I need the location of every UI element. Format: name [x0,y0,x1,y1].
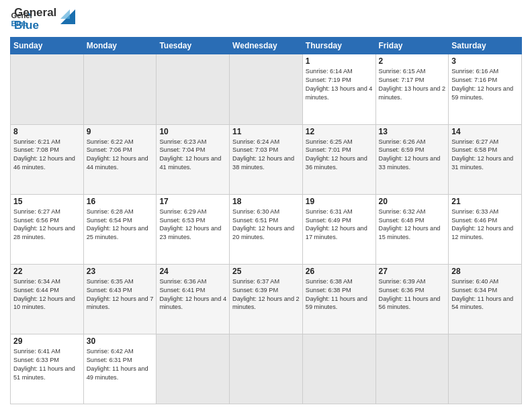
sunrise-label: Sunrise: 6:23 AM [159,138,206,145]
daylight-label: Daylight: 12 hours and 46 minutes. [13,155,75,171]
calendar-day-cell: 8 Sunrise: 6:21 AM Sunset: 7:08 PM Dayli… [11,124,84,194]
day-info: Sunrise: 6:32 AM Sunset: 6:48 PM Dayligh… [379,208,446,242]
daylight-label: Daylight: 12 hours and 23 minutes. [159,225,221,240]
sunset-label: Sunset: 7:19 PM [306,77,351,83]
calendar-day-cell: 14 Sunrise: 6:27 AM Sunset: 6:58 PM Dayl… [449,124,522,194]
logo-arrow-icon [60,9,75,24]
day-info: Sunrise: 6:24 AM Sunset: 7:03 PM Dayligh… [232,138,300,173]
calendar-day-cell [230,334,303,404]
daylight-label: Daylight: 12 hours and 59 minutes. [451,85,513,101]
daylight-label: Daylight: 12 hours and 36 minutes. [306,155,367,171]
day-number: 30 [87,336,154,346]
sunrise-label: Sunrise: 6:33 AM [451,208,498,215]
calendar-week-row: 22 Sunrise: 6:34 AM Sunset: 6:44 PM Dayl… [11,264,522,334]
sunrise-label: Sunrise: 6:31 AM [306,208,353,215]
calendar-day-cell: 29 Sunrise: 6:41 AM Sunset: 6:33 PM Dayl… [11,334,84,404]
sunrise-label: Sunrise: 6:32 AM [379,208,426,215]
sunset-label: Sunset: 6:34 PM [451,287,497,293]
sunset-label: Sunset: 6:33 PM [13,357,59,363]
day-of-week-header: Monday [83,38,157,54]
daylight-label: Daylight: 11 hours and 59 minutes. [306,295,367,311]
calendar-day-cell [449,334,522,404]
calendar-day-cell: 1 Sunrise: 6:14 AM Sunset: 7:19 PM Dayli… [302,54,375,124]
day-of-week-header: Sunday [11,38,84,54]
calendar-day-cell: 23 Sunrise: 6:35 AM Sunset: 6:43 PM Dayl… [83,264,157,334]
day-number: 24 [159,267,226,276]
daylight-label: Daylight: 11 hours and 54 minutes. [451,295,513,311]
sunset-label: Sunset: 6:43 PM [87,287,132,293]
day-number: 3 [451,56,519,66]
sunrise-label: Sunrise: 6:35 AM [87,278,134,285]
day-info: Sunrise: 6:34 AM Sunset: 6:44 PM Dayligh… [13,277,81,312]
day-info: Sunrise: 6:40 AM Sunset: 6:34 PM Dayligh… [451,277,519,312]
sunrise-label: Sunrise: 6:22 AM [87,138,134,145]
logo-general: General [14,7,56,19]
day-number: 19 [306,197,373,206]
calendar-day-cell [157,334,230,404]
sunrise-label: Sunrise: 6:30 AM [232,208,279,215]
calendar-day-cell: 16 Sunrise: 6:28 AM Sunset: 6:54 PM Dayl… [83,194,157,264]
sunset-label: Sunset: 6:38 PM [306,287,351,293]
daylight-label: Daylight: 12 hours and 15 minutes. [379,225,441,240]
daylight-label: Daylight: 12 hours and 41 minutes. [159,155,221,171]
sunrise-label: Sunrise: 6:15 AM [379,68,426,75]
day-info: Sunrise: 6:31 AM Sunset: 6:49 PM Dayligh… [306,208,373,242]
logo: General Blue General Blue [10,7,75,32]
sunrise-label: Sunrise: 6:40 AM [451,278,498,285]
daylight-label: Daylight: 12 hours and 12 minutes. [451,225,513,240]
sunset-label: Sunset: 7:01 PM [306,146,351,153]
day-info: Sunrise: 6:16 AM Sunset: 7:16 PM Dayligh… [451,67,519,102]
sunset-label: Sunset: 7:17 PM [379,77,425,83]
day-info: Sunrise: 6:39 AM Sunset: 6:36 PM Dayligh… [379,277,446,312]
day-of-week-header: Thursday [302,38,375,54]
calendar-week-row: 29 Sunrise: 6:41 AM Sunset: 6:33 PM Dayl… [11,334,522,404]
calendar-day-cell: 10 Sunrise: 6:23 AM Sunset: 7:04 PM Dayl… [157,124,230,194]
daylight-label: Daylight: 12 hours and 2 minutes. [232,295,300,311]
sunrise-label: Sunrise: 6:37 AM [232,278,279,285]
sunset-label: Sunset: 7:04 PM [159,146,205,153]
day-number: 16 [87,197,154,206]
day-number: 28 [451,267,519,276]
calendar-week-row: 15 Sunrise: 6:27 AM Sunset: 6:56 PM Dayl… [11,194,522,264]
daylight-label: Daylight: 12 hours and 38 minutes. [232,155,294,171]
calendar-day-cell: 22 Sunrise: 6:34 AM Sunset: 6:44 PM Dayl… [11,264,84,334]
sunrise-label: Sunrise: 6:16 AM [451,68,498,75]
day-number: 20 [379,197,446,206]
day-info: Sunrise: 6:41 AM Sunset: 6:33 PM Dayligh… [13,347,81,382]
day-number: 27 [379,267,446,276]
sunrise-label: Sunrise: 6:24 AM [232,138,279,145]
calendar-day-cell: 30 Sunrise: 6:42 AM Sunset: 6:31 PM Dayl… [83,334,157,404]
daylight-label: Daylight: 13 hours and 2 minutes. [379,85,446,101]
day-number: 23 [87,267,154,276]
daylight-label: Daylight: 12 hours and 10 minutes. [13,295,75,311]
day-info: Sunrise: 6:35 AM Sunset: 6:43 PM Dayligh… [87,277,154,312]
calendar-day-cell: 27 Sunrise: 6:39 AM Sunset: 6:36 PM Dayl… [375,264,449,334]
sunset-label: Sunset: 7:06 PM [87,146,132,153]
day-number: 13 [379,127,446,136]
sunset-label: Sunset: 6:49 PM [306,217,351,224]
sunrise-label: Sunrise: 6:21 AM [13,138,60,145]
day-info: Sunrise: 6:21 AM Sunset: 7:08 PM Dayligh… [13,138,81,173]
day-info: Sunrise: 6:42 AM Sunset: 6:31 PM Dayligh… [87,347,154,382]
daylight-label: Daylight: 12 hours and 20 minutes. [232,225,294,240]
day-info: Sunrise: 6:28 AM Sunset: 6:54 PM Dayligh… [87,208,154,242]
day-info: Sunrise: 6:23 AM Sunset: 7:04 PM Dayligh… [159,138,226,173]
calendar-day-cell: 17 Sunrise: 6:29 AM Sunset: 6:53 PM Dayl… [157,194,230,264]
day-info: Sunrise: 6:38 AM Sunset: 6:38 PM Dayligh… [306,277,373,312]
sunrise-label: Sunrise: 6:34 AM [13,278,60,285]
day-number: 2 [379,56,446,66]
sunset-label: Sunset: 7:16 PM [451,77,497,83]
day-info: Sunrise: 6:27 AM Sunset: 6:58 PM Dayligh… [451,138,519,173]
sunset-label: Sunset: 6:41 PM [159,287,205,293]
day-number: 25 [232,267,300,276]
day-number: 11 [232,127,300,136]
sunset-label: Sunset: 6:54 PM [87,217,132,224]
sunrise-label: Sunrise: 6:36 AM [159,278,206,285]
calendar-day-cell: 18 Sunrise: 6:30 AM Sunset: 6:51 PM Dayl… [230,194,303,264]
sunset-label: Sunset: 6:56 PM [13,217,59,224]
day-info: Sunrise: 6:14 AM Sunset: 7:19 PM Dayligh… [306,67,373,102]
sunset-label: Sunset: 6:39 PM [232,287,278,293]
sunset-label: Sunset: 6:44 PM [13,287,59,293]
calendar-day-cell: 12 Sunrise: 6:25 AM Sunset: 7:01 PM Dayl… [302,124,375,194]
day-of-week-header: Saturday [449,38,522,54]
